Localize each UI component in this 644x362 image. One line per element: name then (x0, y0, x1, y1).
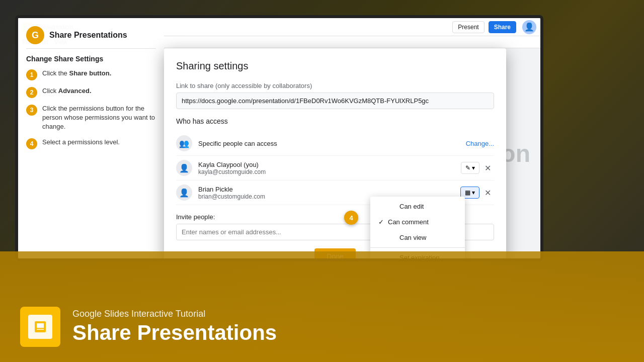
slides-icon-inner (28, 315, 52, 339)
banner-text-block: Google Slides Interactive Tutorial Share… (72, 309, 624, 344)
step4-callout-badge: 4 (344, 211, 358, 225)
step-1-text: Click the Share button. (42, 69, 111, 78)
step-3: 3 Click the permissions button for the p… (26, 104, 156, 132)
user-kayla-name: Kayla Claypool (you) (198, 161, 455, 168)
slides-icon-large (20, 307, 60, 347)
user-row-kayla: 👤 Kayla Claypool (you) kayla@customguide… (176, 156, 494, 180)
step-2: 2 Click Advanced. (26, 86, 156, 98)
banner-title: Share Presentations (72, 321, 624, 344)
step-1: 1 Click the Share button. (26, 69, 156, 80)
dropdown-can-comment[interactable]: Can comment (370, 214, 465, 230)
step-2-number: 2 (26, 87, 37, 98)
user-brian-name: Brian Pickle (198, 186, 454, 193)
dropdown-can-edit[interactable]: Can edit (370, 199, 465, 214)
panel-header: G Share Presentations (26, 26, 156, 49)
avatar: 👤 (522, 20, 536, 34)
bottom-banner: Google Slides Interactive Tutorial Share… (0, 251, 644, 362)
link-input[interactable] (176, 93, 494, 109)
user-kayla-avatar: 👤 (176, 160, 192, 176)
user-kayla-email: kayla@customguide.com (198, 168, 455, 175)
dropdown-divider (370, 247, 465, 248)
panel-title: Share Presentations (49, 31, 127, 40)
banner-subtitle: Google Slides Interactive Tutorial (72, 309, 624, 319)
can-edit-label: Can edit (399, 203, 424, 210)
kayla-remove-button[interactable]: ✕ (481, 162, 494, 174)
step-4-number: 4 (26, 138, 37, 149)
can-comment-label: Can comment (388, 218, 429, 226)
people-icon: 👥 (176, 135, 192, 151)
left-panel: G Share Presentations Change Share Setti… (18, 18, 164, 258)
who-access-label: Who has access (176, 117, 494, 125)
slides-svg-icon (33, 319, 48, 334)
share-button[interactable]: Share (489, 21, 516, 33)
monitor: S Presentation Present Share 👤 File Edit… (15, 15, 543, 261)
dropdown-can-view[interactable]: Can view (370, 230, 465, 245)
access-type-row: 👥 Specific people can access Change... (176, 131, 494, 156)
cg-logo: G (26, 26, 44, 44)
step-2-text: Click Advanced. (42, 86, 92, 96)
panel-subtitle: Change Share Settings (26, 55, 156, 63)
step-1-number: 1 (26, 69, 37, 80)
brian-remove-button[interactable]: ✕ (481, 187, 494, 199)
change-link[interactable]: Change... (466, 140, 494, 147)
modal-title: Sharing settings (176, 60, 494, 72)
step-3-text: Click the permissions button for the per… (42, 104, 156, 132)
kayla-perm-button[interactable]: ✎ ▾ (461, 162, 479, 174)
step-4-text: Select a permissions level. (42, 138, 120, 147)
can-view-label: Can view (399, 234, 426, 241)
step-4: 4 Select a permissions level. (26, 138, 156, 149)
screen: S Presentation Present Share 👤 File Edit… (18, 18, 540, 258)
banner-content: Google Slides Interactive Tutorial Share… (0, 297, 644, 362)
permissions-dropdown: Can edit Can comment Can view Set expira… (370, 197, 465, 258)
svg-rect-2 (37, 329, 44, 330)
step-3-number: 3 (26, 105, 37, 116)
svg-rect-1 (37, 323, 44, 328)
link-label: Link to share (only accessible by collab… (176, 82, 494, 89)
present-button[interactable]: Present (452, 21, 484, 33)
user-brian-avatar: 👤 (176, 185, 192, 201)
access-type-name: Specific people can access (198, 140, 460, 147)
